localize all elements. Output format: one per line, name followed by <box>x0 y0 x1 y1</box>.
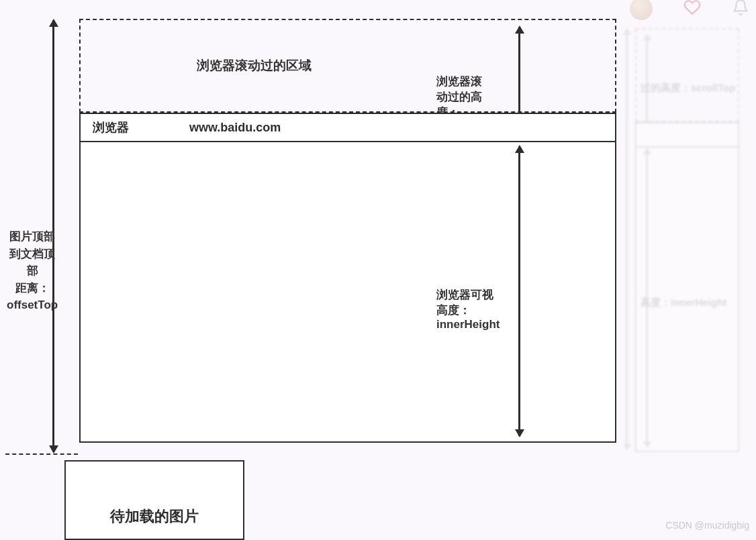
pending-image-label: 待加载的图片 <box>110 506 199 539</box>
ghost-diagram: 过的高度：scrollTop 高度：innerHeight <box>615 0 756 483</box>
browser-viewport-box: 浏览器 www.baidu.com <box>79 113 616 443</box>
scrolled-area-label: 浏览器滚动过的区域 <box>81 20 427 111</box>
offset-baseline <box>5 453 78 455</box>
ghost-browser-header <box>636 123 738 148</box>
ghost-browser-box <box>635 122 739 452</box>
arrow-innerheight <box>518 146 520 436</box>
watermark: CSDN @muzidigbig <box>665 520 749 531</box>
browser-label: 浏览器 <box>93 119 129 136</box>
offsettop-label: 图片顶部到文档顶部 距离：offsetTop <box>7 228 58 314</box>
ghost-scrolltop-label: 过的高度：scrollTop <box>641 82 735 95</box>
browser-url: www.baidu.com <box>189 121 281 135</box>
scrolled-area-box: 浏览器滚动过的区域 <box>79 19 616 113</box>
offsettop-label-line2: 距离：offsetTop <box>7 280 58 314</box>
ghost-arrow-offsettop <box>626 30 628 449</box>
pending-image-box: 待加载的图片 <box>64 460 244 540</box>
innerheight-label: 浏览器可视高度：innerHeight <box>436 287 500 331</box>
browser-header: 浏览器 www.baidu.com <box>81 114 615 142</box>
offsettop-label-line1: 图片顶部到文档顶部 <box>7 228 58 280</box>
ghost-scrolled-area <box>635 28 739 122</box>
ghost-innerheight-label: 高度：innerHeight <box>641 296 726 309</box>
